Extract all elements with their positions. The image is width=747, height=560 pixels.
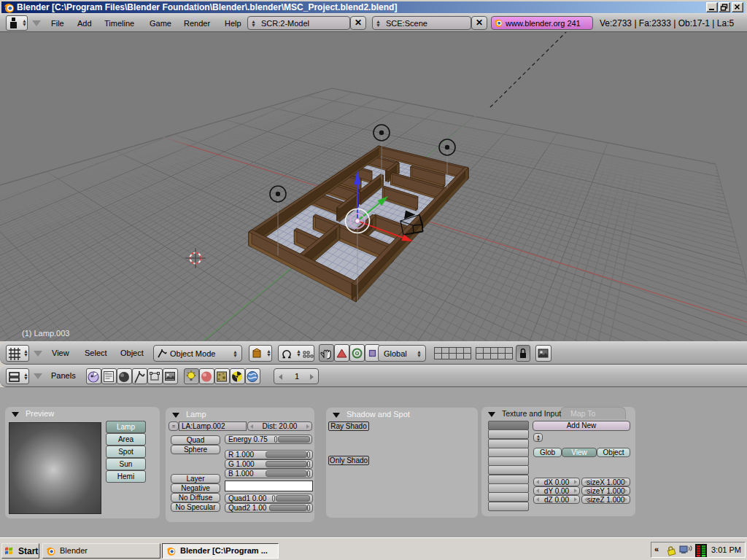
svg-text:(1) Lamp.003: (1) Lamp.003 <box>22 329 69 338</box>
